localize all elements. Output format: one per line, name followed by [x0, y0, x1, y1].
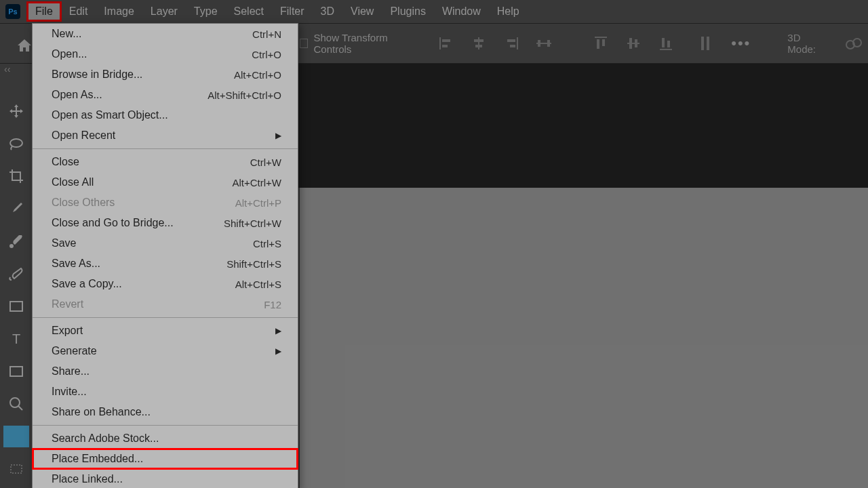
- align-horizontal-centers-icon[interactable]: [462, 30, 495, 57]
- svg-text:T: T: [12, 332, 20, 346]
- menu-image[interactable]: Image: [96, 2, 142, 21]
- menu-item-close[interactable]: CloseCtrl+W: [33, 152, 298, 172]
- svg-rect-17: [635, 39, 637, 47]
- svg-line-31: [18, 406, 22, 410]
- svg-rect-15: [627, 43, 639, 44]
- menu-item-close-all[interactable]: Close AllAlt+Ctrl+W: [33, 172, 298, 192]
- menu-item-label: Close and Go to Bridge...: [52, 217, 174, 229]
- crop-tool-icon[interactable]: [3, 165, 29, 187]
- menu-item-shortcut: Shift+Ctrl+S: [226, 258, 281, 270]
- align-left-edges-icon[interactable]: [430, 30, 462, 57]
- menu-bar: Ps File Edit Image Layer Type Select Fil…: [0, 0, 868, 23]
- foreground-color-swatch[interactable]: [3, 426, 29, 447]
- svg-rect-13: [597, 39, 599, 49]
- menu-item-new[interactable]: New...Ctrl+N: [33, 24, 298, 44]
- menu-item-label: Close Others: [52, 197, 115, 209]
- menu-item-generate[interactable]: Generate▶: [33, 341, 298, 361]
- type-tool-icon[interactable]: T: [3, 328, 29, 350]
- menu-item-search-adobe-stock[interactable]: Search Adobe Stock...: [33, 428, 298, 449]
- show-transform-checkbox[interactable]: [300, 39, 308, 48]
- menu-item-label: Open as Smart Object...: [52, 109, 168, 121]
- menu-type[interactable]: Type: [186, 2, 226, 21]
- 3d-mode-label: 3D Mode:: [787, 32, 826, 55]
- more-options-icon[interactable]: •••: [731, 35, 751, 52]
- menu-item-revert: RevertF12: [33, 294, 298, 314]
- menu-separator: [33, 425, 298, 426]
- menu-item-save[interactable]: SaveCtrl+S: [33, 233, 298, 253]
- svg-rect-12: [595, 37, 607, 38]
- submenu-arrow-icon: ▶: [275, 131, 281, 140]
- svg-rect-4: [474, 39, 484, 42]
- menu-edit[interactable]: Edit: [61, 2, 96, 21]
- align-more-icon[interactable]: [528, 30, 560, 57]
- svg-rect-29: [10, 367, 22, 376]
- menu-item-place-embedded[interactable]: Place Embedded...: [33, 449, 298, 469]
- history-brush-tool-icon[interactable]: [3, 263, 29, 285]
- menu-filter[interactable]: Filter: [272, 2, 313, 21]
- edit-toolbar-icon[interactable]: [3, 458, 29, 480]
- menu-select[interactable]: Select: [226, 2, 272, 21]
- menu-item-close-and-go-to-bridge[interactable]: Close and Go to Bridge...Shift+Ctrl+W: [33, 213, 298, 233]
- menu-item-label: Open Recent: [52, 129, 115, 142]
- svg-rect-6: [517, 37, 518, 49]
- menu-view[interactable]: View: [342, 2, 382, 21]
- menu-file[interactable]: File: [27, 2, 61, 21]
- menu-item-shortcut: Shift+Ctrl+W: [224, 218, 281, 229]
- menu-item-label: Browse in Bridge...: [52, 68, 142, 81]
- svg-rect-8: [510, 45, 515, 47]
- menu-item-export[interactable]: Export▶: [33, 321, 298, 341]
- canvas-area[interactable]: [300, 188, 868, 488]
- menu-item-share[interactable]: Share...: [33, 361, 298, 382]
- menu-item-invite[interactable]: Invite...: [33, 382, 298, 402]
- lasso-tool-icon[interactable]: [3, 133, 29, 155]
- svg-rect-16: [629, 38, 632, 49]
- svg-rect-0: [439, 37, 441, 49]
- eyedropper-tool-icon[interactable]: [3, 198, 29, 220]
- distribute-spacing-icon[interactable]: [689, 30, 722, 57]
- menu-item-label: New...: [52, 28, 81, 40]
- rectangle-tool-icon[interactable]: [3, 296, 29, 317]
- menu-item-save-a-copy[interactable]: Save a Copy...Alt+Ctrl+S: [33, 274, 298, 294]
- align-right-edges-icon[interactable]: [495, 30, 528, 57]
- menu-item-label: Share...: [52, 365, 90, 378]
- menu-item-open-as-smart-object[interactable]: Open as Smart Object...: [33, 105, 298, 125]
- 3d-mode-icon[interactable]: [840, 30, 868, 57]
- menu-item-label: Save As...: [52, 258, 100, 270]
- menu-plugins[interactable]: Plugins: [382, 2, 433, 21]
- menu-item-label: Open...: [52, 48, 87, 60]
- distribute-top-icon[interactable]: [585, 30, 617, 57]
- svg-rect-5: [475, 45, 482, 47]
- svg-rect-3: [478, 37, 479, 49]
- distribute-vertical-icon[interactable]: [617, 30, 650, 57]
- home-icon[interactable]: [16, 38, 33, 56]
- menu-item-place-linked[interactable]: Place Linked...: [33, 469, 298, 488]
- menu-item-open-recent[interactable]: Open Recent▶: [33, 125, 298, 146]
- menu-layer[interactable]: Layer: [142, 2, 186, 21]
- menu-item-browse-in-bridge[interactable]: Browse in Bridge...Alt+Ctrl+O: [33, 64, 298, 85]
- move-tool-icon[interactable]: [3, 100, 29, 122]
- menu-item-share-on-behance[interactable]: Share on Behance...: [33, 402, 298, 422]
- menu-item-save-as[interactable]: Save As...Shift+Ctrl+S: [33, 253, 298, 274]
- menu-item-shortcut: F12: [264, 299, 281, 310]
- svg-rect-27: [10, 302, 22, 311]
- distribute-bottom-icon[interactable]: [650, 30, 682, 57]
- menu-item-open-as[interactable]: Open As...Alt+Shift+Ctrl+O: [33, 85, 298, 105]
- collapse-panel-icon[interactable]: ‹‹: [4, 64, 10, 75]
- menu-item-label: Open As...: [52, 89, 102, 101]
- menu-item-label: Close All: [52, 176, 94, 188]
- svg-point-30: [10, 398, 20, 407]
- menu-separator: [33, 317, 298, 318]
- menu-item-shortcut: Alt+Ctrl+W: [232, 177, 281, 188]
- zoom-tool-icon[interactable]: [3, 393, 29, 415]
- menu-3d[interactable]: 3D: [313, 2, 342, 21]
- menu-window[interactable]: Window: [434, 2, 489, 21]
- menu-help[interactable]: Help: [489, 2, 528, 21]
- menu-item-shortcut: Ctrl+S: [253, 238, 281, 249]
- shape-tool-icon[interactable]: [3, 361, 29, 382]
- svg-rect-19: [662, 38, 665, 47]
- menu-item-open[interactable]: Open...Ctrl+O: [33, 44, 298, 64]
- brush-tool-icon[interactable]: [3, 230, 29, 252]
- svg-rect-1: [442, 39, 450, 42]
- menu-item-label: Place Linked...: [52, 473, 123, 485]
- menu-item-shortcut: Alt+Shift+Ctrl+O: [208, 89, 281, 101]
